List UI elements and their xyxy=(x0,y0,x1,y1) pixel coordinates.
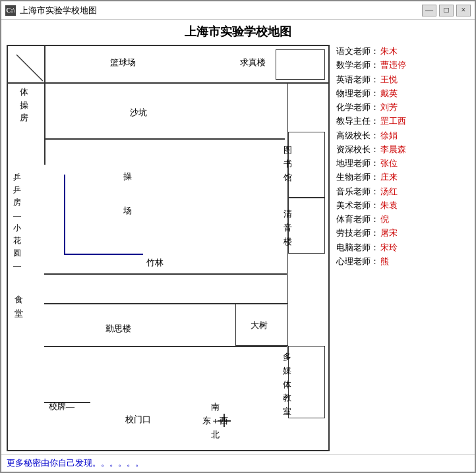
staff-info: 语文老师： 朱木 数学老师： 曹违停 英语老师： 王悦 物理老师： 戴英 化学老… xyxy=(334,45,469,451)
info-row-music: 音乐老师： 汤红 xyxy=(336,185,469,199)
page-title: 上海市实验学校地图 xyxy=(1,20,475,42)
label-ticaofang: 体操房 xyxy=(20,86,28,125)
content-area: 篮球场 求真楼 体操房 沙坑 图书馆 乒乒房—小花圆— 操场 清音楼 食堂 竹林… xyxy=(1,42,475,454)
window-title: 上海市实验学校地图 xyxy=(20,5,422,16)
maximize-button[interactable]: □ xyxy=(439,5,454,16)
value-computer: 宋玲 xyxy=(380,241,398,255)
value-physics: 戴英 xyxy=(380,87,398,101)
info-row-english: 英语老师： 王悦 xyxy=(336,73,469,87)
value-chemistry: 刘芳 xyxy=(380,101,398,115)
value-art: 朱袁 xyxy=(380,199,398,213)
label-library: 图书馆 xyxy=(283,144,292,184)
info-row-math: 数学老师： 曹违停 xyxy=(336,59,469,72)
info-row-geography: 地理老师： 张位 xyxy=(336,157,469,171)
minimize-button[interactable]: — xyxy=(422,5,436,16)
info-row-biology: 生物老师： 庄来 xyxy=(336,171,469,184)
info-row-dean: 教导主任： 罡工西 xyxy=(336,115,469,128)
label-geography: 地理老师： xyxy=(336,157,379,171)
app-icon: C:\ xyxy=(5,5,16,16)
label-english: 英语老师： xyxy=(336,73,379,87)
close-button[interactable]: × xyxy=(456,5,471,16)
label-xiaoménkǒu: 校门口 xyxy=(125,414,151,426)
value-chinese: 朱木 xyxy=(380,45,398,59)
label-zhulin: 竹林 xyxy=(146,257,164,269)
info-row-labor: 劳技老师： 屠宋 xyxy=(336,227,469,240)
label-shakeng: 沙坑 xyxy=(130,107,147,119)
window-controls[interactable]: — □ × xyxy=(422,5,471,16)
info-row-psych: 心理老师： 熊 xyxy=(336,255,469,269)
value-english: 王悦 xyxy=(380,73,398,87)
label-math: 数学老师： xyxy=(336,59,379,72)
label-chemistry: 化学老师： xyxy=(336,101,379,115)
label-music: 音乐老师： xyxy=(336,185,379,199)
info-row-chemistry: 化学老师： 刘芳 xyxy=(336,101,469,115)
label-shitang: 食堂 xyxy=(15,293,23,321)
info-row-pe: 体育老师： 倪 xyxy=(336,213,469,227)
status-bar: 更多秘密由你自己发现。。。。。。 xyxy=(1,454,475,472)
value-dean: 罡工西 xyxy=(380,115,406,128)
label-dashu: 大树 xyxy=(251,320,268,331)
info-row-principal2: 资深校长： 李晨森 xyxy=(336,143,469,157)
label-qiuzhen: 求真楼 xyxy=(240,57,266,69)
info-row-principal1: 高级校长： 徐娟 xyxy=(336,129,469,143)
value-labor: 屠宋 xyxy=(380,227,398,240)
label-psych: 心理老师： xyxy=(336,255,379,269)
value-principal1: 徐娟 xyxy=(380,129,398,143)
label-qinsilu: 勤思楼 xyxy=(105,323,131,335)
label-xiaopai: 校牌— xyxy=(49,401,74,412)
label-chinese: 语文老师： xyxy=(336,45,379,59)
label-pingpang: 乒乒房—小花圆— xyxy=(13,171,21,273)
school-map: 篮球场 求真楼 体操房 沙坑 图书馆 乒乒房—小花圆— 操场 清音楼 食堂 竹林… xyxy=(7,45,330,451)
label-compass: 南东＋西北 xyxy=(202,401,228,441)
label-basketball: 篮球场 xyxy=(110,57,136,69)
info-row-chinese: 语文老师： 朱木 xyxy=(336,45,469,59)
value-biology: 庄来 xyxy=(380,171,398,184)
info-row-physics: 物理老师： 戴英 xyxy=(336,87,469,101)
info-row-art: 美术老师： 朱袁 xyxy=(336,199,469,213)
label-computer: 电脑老师： xyxy=(336,241,379,255)
info-row-computer: 电脑老师： 宋玲 xyxy=(336,241,469,255)
value-math: 曹违停 xyxy=(380,59,406,72)
value-principal2: 李晨森 xyxy=(380,143,406,157)
label-qingyin: 清音楼 xyxy=(283,208,292,248)
label-pe: 体育老师： xyxy=(336,213,379,227)
svg-line-0 xyxy=(16,55,43,81)
titlebar: C:\ 上海市实验学校地图 — □ × xyxy=(1,1,475,20)
value-pe: 倪 xyxy=(380,213,389,227)
value-psych: 熊 xyxy=(380,255,389,269)
label-art: 美术老师： xyxy=(336,199,379,213)
label-biology: 生物老师： xyxy=(336,171,379,184)
label-duomeiti: 多媒体教室 xyxy=(283,350,291,419)
value-geography: 张位 xyxy=(380,157,398,171)
label-principal1: 高级校长： xyxy=(336,129,379,143)
label-principal2: 资深校长： xyxy=(336,143,379,157)
label-labor: 劳技老师： xyxy=(336,227,379,240)
label-physics: 物理老师： xyxy=(336,87,379,101)
value-music: 汤红 xyxy=(380,185,398,199)
status-text: 更多秘密由你自己发现。。。。。。 xyxy=(7,458,144,468)
label-caochang: 操场 xyxy=(123,168,132,219)
main-window: C:\ 上海市实验学校地图 — □ × 上海市实验学校地图 xyxy=(0,0,476,473)
label-dean: 教导主任： xyxy=(336,115,379,128)
